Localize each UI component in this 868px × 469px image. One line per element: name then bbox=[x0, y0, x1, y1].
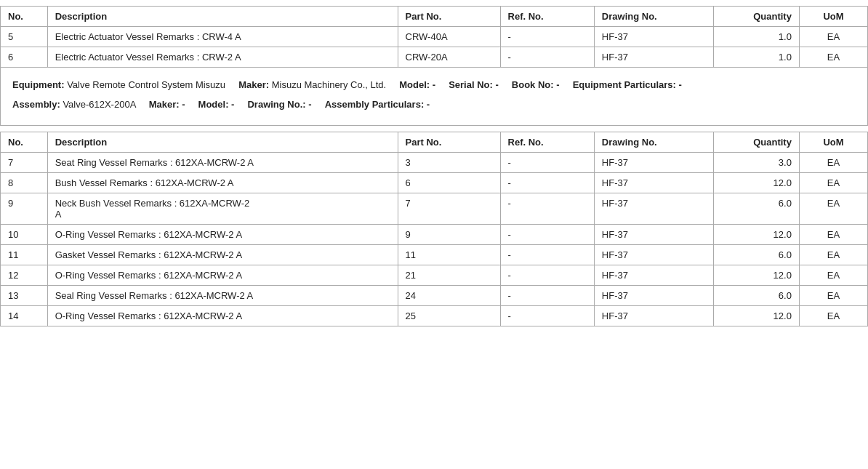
cell-desc: Electric Actuator Vessel Remarks : CRW-4… bbox=[47, 27, 398, 47]
cell-drawno: HF-37 bbox=[594, 152, 714, 172]
cell-drawno: HF-37 bbox=[594, 305, 714, 326]
cell-qty: 12.0 bbox=[714, 305, 800, 326]
cell-qty: 12.0 bbox=[714, 265, 800, 285]
equipment-label: Equipment: bbox=[12, 79, 65, 90]
col-header-refno-2: Ref. No. bbox=[500, 132, 594, 152]
cell-partno: 25 bbox=[398, 305, 500, 326]
cell-desc: Neck Bush Vessel Remarks : 612XA-MCRW-2A bbox=[47, 193, 398, 224]
cell-refno: - bbox=[500, 27, 594, 47]
col-header-no-1: No. bbox=[1, 7, 48, 27]
cell-no: 14 bbox=[1, 305, 48, 326]
cell-partno: CRW-20A bbox=[398, 47, 500, 68]
cell-desc: Electric Actuator Vessel Remarks : CRW-2… bbox=[47, 47, 398, 68]
cell-desc: Seat Ring Vessel Remarks : 612XA-MCRW-2 … bbox=[47, 152, 398, 172]
cell-desc: Bush Vessel Remarks : 612XA-MCRW-2 A bbox=[47, 172, 398, 193]
col-header-qty-2: Quantity bbox=[714, 132, 800, 152]
table-row: 12 O-Ring Vessel Remarks : 612XA-MCRW-2 … bbox=[1, 265, 868, 285]
col-header-drawno-1: Drawing No. bbox=[594, 7, 714, 27]
equipment-info-block: Equipment: Valve Remote Control System M… bbox=[0, 68, 868, 126]
assembly-label: Assembly: bbox=[12, 99, 60, 110]
cell-desc: Seal Ring Vessel Remarks : 612XA-MCRW-2 … bbox=[47, 285, 398, 305]
cell-refno: - bbox=[500, 305, 594, 326]
cell-qty: 1.0 bbox=[714, 27, 800, 47]
col-header-qty-1: Quantity bbox=[714, 7, 800, 27]
cell-drawno: HF-37 bbox=[594, 27, 714, 47]
equip-particulars-label: Equipment Particulars: - bbox=[573, 79, 682, 90]
cell-desc: O-Ring Vessel Remarks : 612XA-MCRW-2 A bbox=[47, 305, 398, 326]
cell-qty: 6.0 bbox=[714, 285, 800, 305]
cell-uom: EA bbox=[799, 193, 867, 224]
table-row: 14 O-Ring Vessel Remarks : 612XA-MCRW-2 … bbox=[1, 305, 868, 326]
cell-uom: EA bbox=[799, 265, 867, 285]
maker-label: Maker: bbox=[238, 79, 269, 90]
table-row: 6 Electric Actuator Vessel Remarks : CRW… bbox=[1, 47, 868, 68]
table-2: No. Description Part No. Ref. No. Drawin… bbox=[0, 132, 868, 326]
cell-uom: EA bbox=[799, 152, 867, 172]
col-header-partno-2: Part No. bbox=[398, 132, 500, 152]
cell-drawno: HF-37 bbox=[594, 265, 714, 285]
cell-refno: - bbox=[500, 193, 594, 224]
table-row: 8 Bush Vessel Remarks : 612XA-MCRW-2 A 6… bbox=[1, 172, 868, 193]
table-row: 10 O-Ring Vessel Remarks : 612XA-MCRW-2 … bbox=[1, 224, 868, 244]
cell-no: 5 bbox=[1, 27, 48, 47]
cell-refno: - bbox=[500, 47, 594, 68]
cell-qty: 3.0 bbox=[714, 152, 800, 172]
cell-no: 7 bbox=[1, 152, 48, 172]
cell-uom: EA bbox=[799, 224, 867, 244]
cell-refno: - bbox=[500, 152, 594, 172]
cell-no: 10 bbox=[1, 224, 48, 244]
col-header-uom-2: UoM bbox=[799, 132, 867, 152]
cell-refno: - bbox=[500, 244, 594, 265]
cell-uom: EA bbox=[799, 244, 867, 265]
cell-drawno: HF-37 bbox=[594, 193, 714, 224]
cell-qty: 6.0 bbox=[714, 193, 800, 224]
cell-desc: O-Ring Vessel Remarks : 612XA-MCRW-2 A bbox=[47, 265, 398, 285]
cell-partno: 11 bbox=[398, 244, 500, 265]
maker2-label: Maker: - bbox=[149, 99, 185, 110]
cell-uom: EA bbox=[799, 47, 867, 68]
drawingno-label: Drawing No.: - bbox=[247, 99, 311, 110]
assembly-particulars-label: Assembly Particulars: - bbox=[325, 99, 430, 110]
cell-qty: 12.0 bbox=[714, 224, 800, 244]
cell-partno: 24 bbox=[398, 285, 500, 305]
cell-uom: EA bbox=[799, 285, 867, 305]
maker-value: Misuzu Machinery Co., Ltd. bbox=[272, 79, 387, 90]
cell-drawno: HF-37 bbox=[594, 172, 714, 193]
table-row: 11 Gasket Vessel Remarks : 612XA-MCRW-2 … bbox=[1, 244, 868, 265]
col-header-desc-2: Description bbox=[47, 132, 398, 152]
cell-partno: CRW-40A bbox=[398, 27, 500, 47]
cell-drawno: HF-37 bbox=[594, 224, 714, 244]
col-header-refno-1: Ref. No. bbox=[500, 7, 594, 27]
cell-no: 12 bbox=[1, 265, 48, 285]
cell-refno: - bbox=[500, 172, 594, 193]
col-header-drawno-2: Drawing No. bbox=[594, 132, 714, 152]
cell-no: 6 bbox=[1, 47, 48, 68]
cell-no: 13 bbox=[1, 285, 48, 305]
table-1: No. Description Part No. Ref. No. Drawin… bbox=[0, 6, 868, 68]
model2-label: Model: - bbox=[198, 99, 235, 110]
serialno-label: Serial No: - bbox=[449, 79, 499, 90]
cell-qty: 6.0 bbox=[714, 244, 800, 265]
cell-desc: O-Ring Vessel Remarks : 612XA-MCRW-2 A bbox=[47, 224, 398, 244]
cell-no: 11 bbox=[1, 244, 48, 265]
cell-refno: - bbox=[500, 265, 594, 285]
table-row: 5 Electric Actuator Vessel Remarks : CRW… bbox=[1, 27, 868, 47]
cell-no: 9 bbox=[1, 193, 48, 224]
cell-uom: EA bbox=[799, 172, 867, 193]
cell-partno: 6 bbox=[398, 172, 500, 193]
cell-partno: 9 bbox=[398, 224, 500, 244]
cell-drawno: HF-37 bbox=[594, 285, 714, 305]
col-header-partno-1: Part No. bbox=[398, 7, 500, 27]
cell-qty: 12.0 bbox=[714, 172, 800, 193]
cell-drawno: HF-37 bbox=[594, 244, 714, 265]
cell-desc: Gasket Vessel Remarks : 612XA-MCRW-2 A bbox=[47, 244, 398, 265]
cell-drawno: HF-37 bbox=[594, 47, 714, 68]
table-row: 7 Seat Ring Vessel Remarks : 612XA-MCRW-… bbox=[1, 152, 868, 172]
model-label: Model: - bbox=[399, 79, 435, 90]
cell-qty: 1.0 bbox=[714, 47, 800, 68]
cell-refno: - bbox=[500, 224, 594, 244]
cell-partno: 3 bbox=[398, 152, 500, 172]
cell-partno: 7 bbox=[398, 193, 500, 224]
table-row: 13 Seal Ring Vessel Remarks : 612XA-MCRW… bbox=[1, 285, 868, 305]
cell-refno: - bbox=[500, 285, 594, 305]
